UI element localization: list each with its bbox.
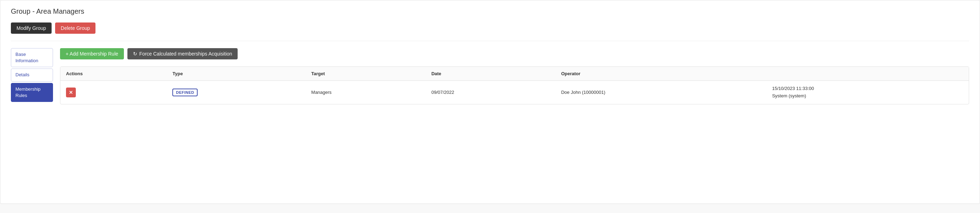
last-sync-cell: 15/10/2023 11:33:00System (system) xyxy=(767,81,969,104)
sidebar-item-details[interactable]: Details xyxy=(11,69,53,81)
type-cell: DEFINED xyxy=(167,81,305,104)
sidebar-item-membership-rules[interactable]: Membership Rules xyxy=(11,83,53,102)
col-operator: Operator xyxy=(556,67,767,81)
date-cell: 09/07/2022 xyxy=(426,81,556,104)
modify-group-button[interactable]: Modify Group xyxy=(11,22,52,34)
col-actions: Actions xyxy=(60,67,167,81)
top-toolbar: Modify Group Delete Group xyxy=(11,22,969,41)
membership-rules-table: Actions Type Target Date Operator ✕DEFIN… xyxy=(60,66,969,104)
last-sync-line1: 15/10/2023 11:33:00 xyxy=(772,86,814,91)
delete-group-button[interactable]: Delete Group xyxy=(55,22,95,34)
target-cell: Managers xyxy=(306,81,426,104)
main-layout: Base InformationDetailsMembership Rules … xyxy=(11,48,969,104)
col-date: Date xyxy=(426,67,556,81)
force-calculated-button[interactable]: ↻Force Calculated memberships Acquisitio… xyxy=(127,48,238,59)
action-toolbar: + Add Membership Rule ↻Force Calculated … xyxy=(60,48,969,59)
sidebar-item-base-information[interactable]: Base Information xyxy=(11,48,53,67)
table-row: ✕DEFINEDManagers09/07/2022Doe John (1000… xyxy=(60,81,969,104)
page-title: Group - Area Managers xyxy=(11,7,969,16)
last-sync-line2: System (system) xyxy=(772,93,806,98)
delete-row-button[interactable]: ✕ xyxy=(66,88,76,98)
content-area: + Add Membership Rule ↻Force Calculated … xyxy=(60,48,969,104)
type-badge: DEFINED xyxy=(172,88,197,96)
operator-cell: Doe John (10000001) xyxy=(556,81,767,104)
col-target: Target xyxy=(306,67,426,81)
col-type: Type xyxy=(167,67,305,81)
table-header-row: Actions Type Target Date Operator xyxy=(60,67,969,81)
refresh-icon: ↻ xyxy=(133,51,137,57)
add-membership-rule-button[interactable]: + Add Membership Rule xyxy=(60,48,124,59)
sidebar: Base InformationDetailsMembership Rules xyxy=(11,48,53,104)
col-last-sync xyxy=(767,67,969,81)
actions-cell: ✕ xyxy=(60,81,167,104)
